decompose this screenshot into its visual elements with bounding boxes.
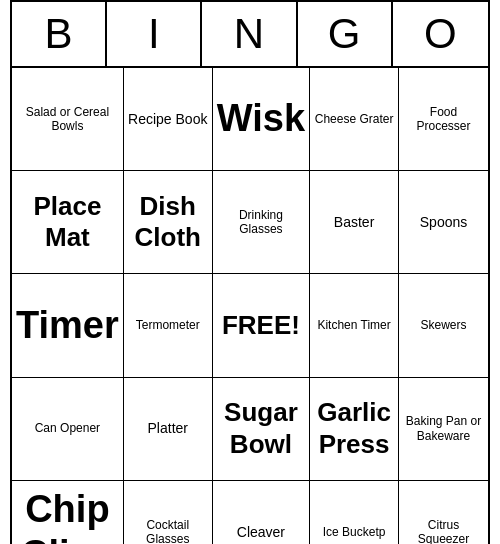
cell-text-21: Cocktail Glasses bbox=[128, 518, 208, 544]
header-n: N bbox=[202, 2, 297, 66]
cell-text-8: Baster bbox=[334, 214, 374, 231]
bingo-cell-1: Recipe Book bbox=[124, 68, 213, 171]
bingo-cell-16: Platter bbox=[124, 378, 213, 481]
bingo-cell-12: FREE! bbox=[213, 274, 310, 377]
cell-text-13: Kitchen Timer bbox=[317, 318, 390, 332]
cell-text-6: Dish Cloth bbox=[128, 191, 208, 253]
bingo-cell-5: Place Mat bbox=[12, 171, 124, 274]
header-i: I bbox=[107, 2, 202, 66]
header-g: G bbox=[298, 2, 393, 66]
cell-text-5: Place Mat bbox=[16, 191, 119, 253]
bingo-card: B I N G O Salad or Cereal BowlsRecipe Bo… bbox=[10, 0, 490, 544]
bingo-cell-21: Cocktail Glasses bbox=[124, 481, 213, 544]
cell-text-19: Baking Pan or Bakeware bbox=[403, 414, 484, 443]
bingo-cell-8: Baster bbox=[310, 171, 399, 274]
cell-text-10: Timer bbox=[16, 303, 119, 349]
bingo-cell-2: Wisk bbox=[213, 68, 310, 171]
cell-text-2: Wisk bbox=[217, 96, 305, 142]
header-b: B bbox=[12, 2, 107, 66]
cell-text-20: Chip Clips bbox=[16, 487, 119, 544]
bingo-cell-23: Ice Bucketp bbox=[310, 481, 399, 544]
cell-text-23: Ice Bucketp bbox=[323, 525, 386, 539]
cell-text-1: Recipe Book bbox=[128, 111, 207, 128]
cell-text-11: Termometer bbox=[136, 318, 200, 332]
bingo-cell-24: Citrus Squeezer bbox=[399, 481, 488, 544]
cell-text-12: FREE! bbox=[222, 310, 300, 341]
bingo-cell-0: Salad or Cereal Bowls bbox=[12, 68, 124, 171]
header-o: O bbox=[393, 2, 488, 66]
cell-text-9: Spoons bbox=[420, 214, 467, 231]
cell-text-4: Food Processer bbox=[403, 105, 484, 134]
cell-text-14: Skewers bbox=[421, 318, 467, 332]
cell-text-24: Citrus Squeezer bbox=[403, 518, 484, 544]
bingo-cell-6: Dish Cloth bbox=[124, 171, 213, 274]
bingo-cell-7: Drinking Glasses bbox=[213, 171, 310, 274]
bingo-cell-10: Timer bbox=[12, 274, 124, 377]
bingo-grid: Salad or Cereal BowlsRecipe BookWiskChee… bbox=[12, 68, 488, 544]
bingo-cell-14: Skewers bbox=[399, 274, 488, 377]
cell-text-3: Cheese Grater bbox=[315, 112, 394, 126]
cell-text-0: Salad or Cereal Bowls bbox=[16, 105, 119, 134]
bingo-cell-22: Cleaver bbox=[213, 481, 310, 544]
bingo-cell-9: Spoons bbox=[399, 171, 488, 274]
cell-text-22: Cleaver bbox=[237, 524, 285, 541]
bingo-cell-19: Baking Pan or Bakeware bbox=[399, 378, 488, 481]
bingo-cell-4: Food Processer bbox=[399, 68, 488, 171]
bingo-cell-17: Sugar Bowl bbox=[213, 378, 310, 481]
bingo-cell-20: Chip Clips bbox=[12, 481, 124, 544]
cell-text-15: Can Opener bbox=[35, 421, 100, 435]
bingo-cell-18: Garlic Press bbox=[310, 378, 399, 481]
cell-text-7: Drinking Glasses bbox=[217, 208, 305, 237]
bingo-cell-15: Can Opener bbox=[12, 378, 124, 481]
bingo-cell-11: Termometer bbox=[124, 274, 213, 377]
bingo-header: B I N G O bbox=[12, 2, 488, 68]
bingo-cell-3: Cheese Grater bbox=[310, 68, 399, 171]
bingo-cell-13: Kitchen Timer bbox=[310, 274, 399, 377]
cell-text-16: Platter bbox=[148, 420, 188, 437]
cell-text-17: Sugar Bowl bbox=[217, 397, 305, 459]
cell-text-18: Garlic Press bbox=[314, 397, 394, 459]
